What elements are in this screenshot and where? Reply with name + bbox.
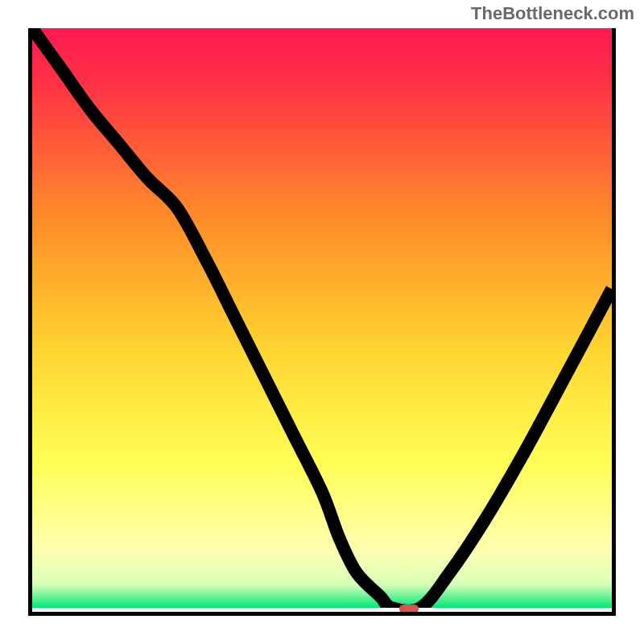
chart-marker (399, 605, 418, 614)
chart-plot-area (28, 28, 616, 616)
chart-curve (32, 28, 612, 608)
watermark: TheBottleneck.com (471, 3, 634, 24)
